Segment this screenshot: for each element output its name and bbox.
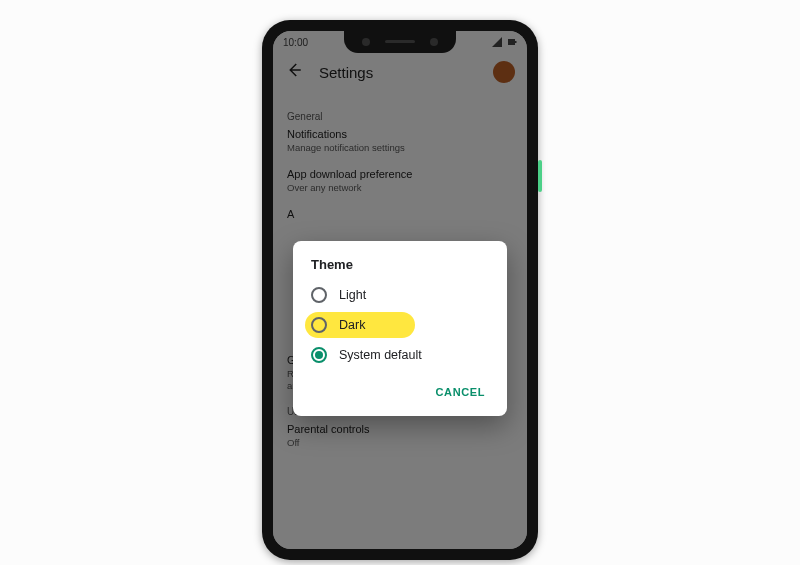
device-frame: 10:00 Settings General Notifications [262,20,538,560]
cancel-button[interactable]: CANCEL [428,380,493,404]
dialog-actions: CANCEL [293,370,507,410]
svg-rect-0 [508,39,515,45]
status-time: 10:00 [283,37,308,48]
signal-icon [492,37,502,47]
option-label: Light [339,288,366,302]
svg-rect-1 [515,41,517,43]
battery-icon [507,37,517,47]
display-notch [344,31,456,53]
option-label: Dark [339,318,365,332]
option-label: System default [339,348,422,362]
theme-option-dark[interactable]: Dark [293,310,507,340]
radio-icon [311,287,327,303]
status-icons [492,37,517,47]
radio-icon [311,317,327,333]
theme-option-light[interactable]: Light [293,280,507,310]
power-button [538,160,542,192]
theme-dialog: Theme Light Dark System default CANCEL [293,241,507,416]
screen: 10:00 Settings General Notifications [273,31,527,549]
dialog-title: Theme [293,257,507,280]
theme-option-system-default[interactable]: System default [293,340,507,370]
speaker-grille [385,40,415,43]
radio-icon [311,347,327,363]
